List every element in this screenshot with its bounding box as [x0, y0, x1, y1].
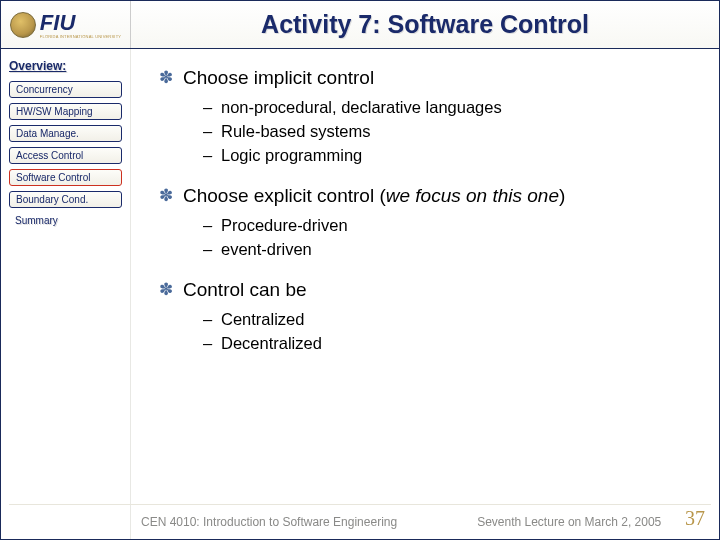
- bullet-3-subs: –Centralized –Decentralized: [203, 307, 697, 355]
- sub-text: Procedure-driven: [221, 213, 348, 237]
- list-item: –Decentralized: [203, 331, 697, 355]
- logo-text-wrap: FIU FLORIDA INTERNATIONAL UNIVERSITY: [40, 10, 121, 39]
- bullet-1-subs: –non-procedural, declarative languages –…: [203, 95, 697, 167]
- slide: FIU FLORIDA INTERNATIONAL UNIVERSITY Act…: [0, 0, 720, 540]
- content: ✽ Choose implicit control –non-procedura…: [131, 49, 719, 539]
- sidebar-item-boundary-cond[interactable]: Boundary Cond.: [9, 191, 122, 208]
- sidebar-item-hwsw-mapping[interactable]: HW/SW Mapping: [9, 103, 122, 120]
- bullet-2-text: Choose explicit control (we focus on thi…: [183, 183, 565, 209]
- sub-text: non-procedural, declarative languages: [221, 95, 502, 119]
- bullet-2-text-b: ): [559, 185, 565, 206]
- bullet-1: ✽ Choose implicit control: [159, 65, 697, 91]
- bullet-2-subs: –Procedure-driven –event-driven: [203, 213, 697, 261]
- page-number: 37: [685, 507, 705, 530]
- list-item: –non-procedural, declarative languages: [203, 95, 697, 119]
- asterisk-icon: ✽: [159, 277, 173, 303]
- logo-subtext: FLORIDA INTERNATIONAL UNIVERSITY: [40, 34, 121, 39]
- footer: CEN 4010: Introduction to Software Engin…: [1, 515, 719, 529]
- bullet-2-text-italic: we focus on this one: [386, 185, 559, 206]
- logo-text: FIU: [40, 10, 75, 36]
- logo: FIU FLORIDA INTERNATIONAL UNIVERSITY: [1, 1, 131, 48]
- sub-text: Decentralized: [221, 331, 322, 355]
- list-item: –Rule-based systems: [203, 119, 697, 143]
- sub-text: event-driven: [221, 237, 312, 261]
- asterisk-icon: ✽: [159, 183, 173, 209]
- university-seal-icon: [10, 12, 36, 38]
- sub-text: Centralized: [221, 307, 304, 331]
- list-item: –event-driven: [203, 237, 697, 261]
- sidebar-item-concurrency[interactable]: Concurrency: [9, 81, 122, 98]
- page-title: Activity 7: Software Control: [131, 10, 719, 39]
- list-item: –Centralized: [203, 307, 697, 331]
- body: Overview: Concurrency HW/SW Mapping Data…: [1, 49, 719, 539]
- sidebar: Overview: Concurrency HW/SW Mapping Data…: [1, 49, 131, 539]
- list-item: –Logic programming: [203, 143, 697, 167]
- sidebar-heading: Overview:: [9, 59, 122, 73]
- sidebar-item-data-manage[interactable]: Data Manage.: [9, 125, 122, 142]
- bullet-1-text: Choose implicit control: [183, 65, 374, 91]
- sidebar-item-access-control[interactable]: Access Control: [9, 147, 122, 164]
- bullet-2-text-a: Choose explicit control (: [183, 185, 386, 206]
- header: FIU FLORIDA INTERNATIONAL UNIVERSITY Act…: [1, 1, 719, 49]
- sub-text: Rule-based systems: [221, 119, 370, 143]
- sub-text: Logic programming: [221, 143, 362, 167]
- footer-course: CEN 4010: Introduction to Software Engin…: [141, 515, 397, 529]
- sidebar-item-software-control[interactable]: Software Control: [9, 169, 122, 186]
- list-item: –Procedure-driven: [203, 213, 697, 237]
- bullet-3-text: Control can be: [183, 277, 307, 303]
- footer-divider: [9, 504, 711, 505]
- sidebar-item-summary: Summary: [9, 213, 122, 228]
- asterisk-icon: ✽: [159, 65, 173, 91]
- footer-lecture: Seventh Lecture on March 2, 2005: [477, 515, 661, 529]
- bullet-3: ✽ Control can be: [159, 277, 697, 303]
- bullet-2: ✽ Choose explicit control (we focus on t…: [159, 183, 697, 209]
